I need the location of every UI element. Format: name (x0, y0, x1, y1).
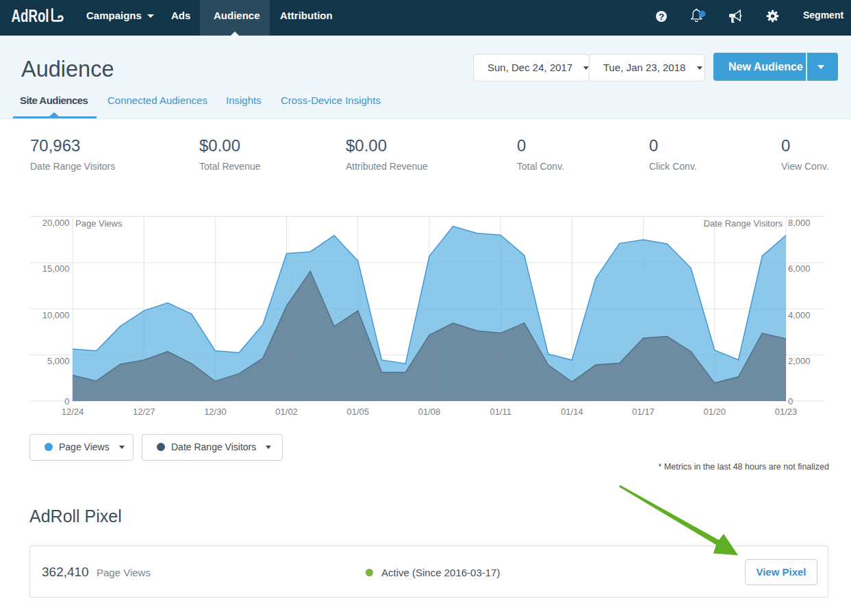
svg-text:Date Range Visitors: Date Range Visitors (704, 218, 783, 229)
svg-text:0: 0 (788, 396, 793, 407)
svg-text:20,000: 20,000 (42, 218, 70, 228)
svg-text:01/23: 01/23 (775, 407, 798, 417)
svg-text:8,000: 8,000 (788, 218, 811, 228)
svg-text:01/17: 01/17 (632, 407, 655, 417)
svg-text:5,000: 5,000 (47, 356, 70, 366)
svg-text:12/24: 12/24 (62, 407, 84, 417)
svg-text:01/08: 01/08 (418, 407, 441, 417)
svg-text:2,000: 2,000 (788, 356, 811, 366)
svg-text:4,000: 4,000 (788, 310, 811, 320)
svg-text:15,000: 15,000 (42, 264, 70, 274)
svg-text:01/02: 01/02 (275, 407, 298, 417)
svg-text:01/14: 01/14 (561, 407, 583, 417)
svg-text:12/30: 12/30 (204, 407, 227, 417)
svg-text:0: 0 (64, 396, 69, 407)
svg-text:6,000: 6,000 (788, 264, 811, 274)
svg-text:Page Views: Page Views (75, 218, 123, 229)
svg-text:01/11: 01/11 (490, 407, 511, 417)
svg-text:01/20: 01/20 (704, 407, 726, 417)
svg-text:10,000: 10,000 (42, 310, 70, 320)
svg-text:01/05: 01/05 (347, 407, 370, 417)
svg-text:12/27: 12/27 (133, 407, 155, 417)
